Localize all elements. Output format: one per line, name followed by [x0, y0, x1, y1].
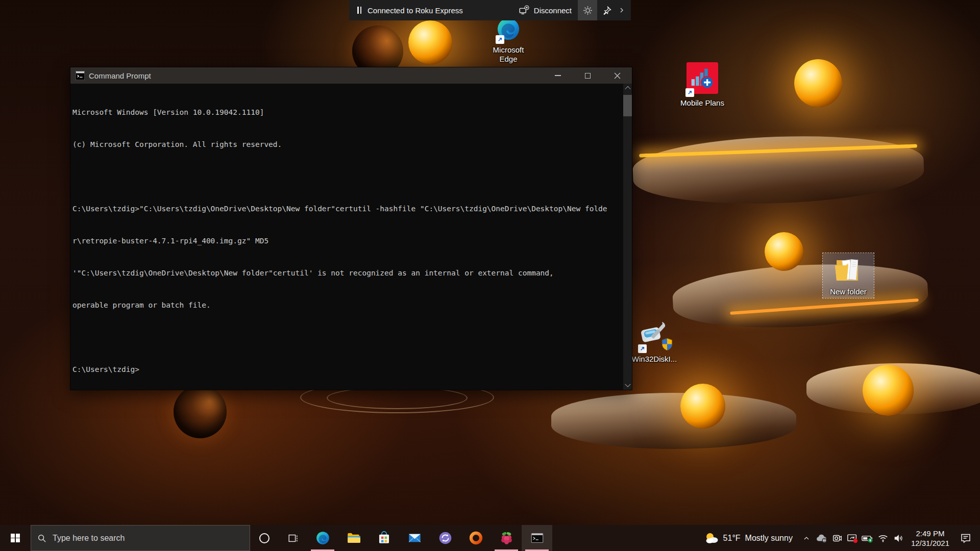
taskbar-app-sync[interactable] [430, 525, 460, 551]
display-capture-tray-icon[interactable] [845, 525, 860, 551]
terminal-line: '"C:\Users\tzdig\OneDrive\Desktop\New fo… [72, 268, 623, 279]
mobile-plans-icon [687, 62, 718, 96]
desktop-icon-label: Mobile Plans [680, 98, 724, 108]
network-tray-icon[interactable] [875, 525, 891, 551]
edge-icon [316, 531, 330, 545]
minimize-button[interactable] [543, 67, 573, 84]
volume-tray-icon[interactable] [891, 525, 906, 551]
mail-icon [408, 531, 422, 545]
close-button[interactable] [602, 67, 632, 84]
expand-button[interactable] [617, 0, 627, 20]
scroll-down-button[interactable] [623, 381, 632, 390]
wallpaper-sphere [174, 385, 227, 438]
pin-button[interactable] [597, 0, 617, 20]
taskbar-app-office[interactable] [460, 525, 491, 551]
weather-icon [704, 531, 719, 545]
battery-charging-icon [861, 533, 874, 544]
desktop-icon-microsoft-edge[interactable]: Microsoft Edge [480, 17, 536, 64]
minimize-icon [555, 75, 561, 76]
command-prompt-window: Command Prompt Microsoft Windows [Versio… [70, 67, 632, 390]
connection-status-text: Connected to Roku Express [368, 6, 463, 15]
window-title: Command Prompt [89, 71, 151, 80]
sync-app-icon [438, 531, 452, 545]
disconnect-label: Disconnect [534, 6, 572, 15]
wallpaper-shelf [632, 132, 925, 208]
weather-condition: Mostly sunny [745, 534, 793, 543]
taskbar-app-raspberry-pi-imager[interactable] [491, 525, 522, 551]
cortana-button[interactable] [250, 525, 279, 551]
start-button[interactable] [0, 525, 31, 551]
desktop-icon-label: Win32DiskI... [632, 355, 677, 364]
terminal-icon [530, 531, 544, 545]
wallpaper-shelf [551, 393, 796, 449]
raspberry-icon [500, 531, 513, 545]
disconnect-icon [519, 5, 530, 16]
desktop-icon-mobile-plans[interactable]: Mobile Plans [674, 62, 730, 108]
shortcut-arrow-icon [685, 88, 694, 97]
chevron-right-icon [619, 7, 625, 13]
desktop-icon-win32diskimager[interactable]: Win32DiskI... [626, 319, 682, 364]
terminal-line: C:\Users\tzdig>"C:\Users\tzdig\OneDrive\… [72, 204, 623, 214]
maximize-icon [585, 73, 591, 79]
desktop-icon-new-folder[interactable]: New folder [823, 253, 874, 298]
desktop-icon-label: Microsoft Edge [488, 45, 529, 64]
file-explorer-icon [347, 531, 360, 545]
taskbar-app-file-explorer[interactable] [338, 525, 369, 551]
taskbar-app-mail[interactable] [399, 525, 430, 551]
display-sync-icon [846, 533, 859, 544]
weather-temperature: 51°F [723, 534, 741, 543]
cmd-window-icon [76, 71, 85, 80]
wallpaper-sphere [863, 365, 914, 416]
terminal-line: C:\Users\tzdig> [72, 364, 623, 375]
desktop-icon-label: New folder [830, 287, 867, 296]
pause-icon [357, 7, 361, 14]
terminal-text: Microsoft Windows [Version 10.0.19042.11… [70, 84, 623, 390]
terminal-line: Microsoft Windows [Version 10.0.19042.11… [72, 107, 623, 118]
camera-tray-icon[interactable] [829, 525, 845, 551]
taskbar-clock[interactable]: 2:49 PM 12/31/2021 [906, 529, 954, 548]
clock-date: 12/31/2021 [911, 538, 949, 548]
shortcut-arrow-icon [496, 35, 504, 44]
show-hidden-icons-button[interactable] [799, 525, 814, 551]
wallpaper-sphere [765, 232, 803, 271]
onedrive-tray-icon[interactable] [814, 525, 829, 551]
windows-logo-icon [11, 534, 20, 543]
weather-widget[interactable]: 51°F Mostly sunny [698, 531, 799, 545]
power-tray-icon[interactable] [860, 525, 875, 551]
chevron-up-icon [802, 534, 811, 542]
taskbar-search[interactable] [31, 525, 250, 551]
gear-icon [582, 5, 593, 16]
terminal-body[interactable]: Microsoft Windows [Version 10.0.19042.11… [70, 84, 632, 390]
edge-icon [497, 17, 520, 43]
settings-button[interactable] [578, 0, 597, 20]
office-icon [469, 531, 483, 545]
terminal-line [72, 332, 623, 343]
wallpaper-sphere [680, 384, 725, 429]
taskbar-app-edge[interactable] [307, 525, 338, 551]
task-view-button[interactable] [279, 525, 307, 551]
scrollbar-thumb[interactable] [623, 95, 632, 116]
taskbar: 51°F Mostly sunny [0, 525, 980, 551]
scroll-up-button[interactable] [623, 84, 632, 92]
terminal-line: (c) Microsoft Corporation. All rights re… [72, 139, 623, 150]
window-titlebar[interactable]: Command Prompt [70, 67, 632, 84]
search-input[interactable] [53, 534, 243, 543]
camera-icon [831, 533, 843, 544]
terminal-line: r\retropie-buster-4.7.1-rpi4_400.img.gz"… [72, 236, 623, 246]
taskbar-app-command-prompt[interactable] [522, 525, 552, 551]
pinned-apps [307, 525, 552, 551]
maximize-button[interactable] [573, 67, 602, 84]
action-center-button[interactable] [954, 525, 977, 551]
folder-icon [834, 255, 863, 285]
disconnect-button[interactable]: Disconnect [512, 0, 578, 20]
cast-connection-bar: Connected to Roku Express Disconnect [349, 0, 631, 20]
wallpaper-sphere [794, 59, 842, 107]
speaker-icon [893, 533, 904, 544]
scrollbar[interactable] [623, 84, 632, 390]
uac-shield-icon [662, 338, 673, 353]
notification-icon [960, 532, 972, 544]
shortcut-arrow-icon [638, 344, 647, 353]
cortana-icon [259, 533, 270, 543]
close-icon [614, 72, 621, 79]
taskbar-app-store[interactable] [369, 525, 399, 551]
